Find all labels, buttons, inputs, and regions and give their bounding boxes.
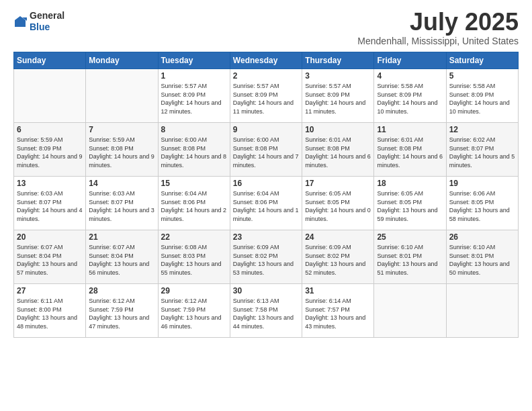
calendar-cell: 28Sunrise: 6:12 AM Sunset: 7:59 PM Dayli… [86,284,158,338]
day-number: 29 [161,286,227,295]
calendar-week-row: 13Sunrise: 6:03 AM Sunset: 8:07 PM Dayli… [14,177,519,230]
calendar-cell: 6Sunrise: 5:59 AM Sunset: 8:09 PM Daylig… [14,123,86,177]
logo-text: General Blue [30,10,64,33]
calendar-cell: 26Sunrise: 6:10 AM Sunset: 8:01 PM Dayli… [446,230,518,284]
calendar-cell: 10Sunrise: 6:01 AM Sunset: 8:08 PM Dayli… [302,123,374,177]
calendar-cell: 7Sunrise: 5:59 AM Sunset: 8:08 PM Daylig… [86,123,158,177]
calendar-cell: 16Sunrise: 6:04 AM Sunset: 8:06 PM Dayli… [230,177,302,230]
calendar-cell: 1Sunrise: 5:57 AM Sunset: 8:09 PM Daylig… [158,69,230,123]
day-number: 5 [449,71,515,81]
calendar-cell: 12Sunrise: 6:02 AM Sunset: 8:07 PM Dayli… [446,123,518,177]
day-number: 10 [305,125,371,134]
calendar-cell: 27Sunrise: 6:11 AM Sunset: 8:00 PM Dayli… [14,284,86,338]
calendar-cell [14,69,86,123]
calendar-cell [86,69,158,123]
day-number: 14 [89,179,154,188]
calendar-cell: 14Sunrise: 6:03 AM Sunset: 8:07 PM Dayli… [86,177,158,230]
day-info: Sunrise: 6:03 AM Sunset: 8:07 PM Dayligh… [17,189,83,223]
day-info: Sunrise: 5:59 AM Sunset: 8:08 PM Dayligh… [89,136,154,169]
day-info: Sunrise: 6:04 AM Sunset: 8:06 PM Dayligh… [161,189,227,223]
calendar-cell: 21Sunrise: 6:07 AM Sunset: 8:04 PM Dayli… [86,230,158,284]
day-info: Sunrise: 6:10 AM Sunset: 8:01 PM Dayligh… [449,243,515,277]
calendar-cell: 5Sunrise: 5:58 AM Sunset: 8:09 PM Daylig… [446,69,518,123]
day-number: 6 [17,125,83,134]
calendar-weekday: Thursday [302,52,374,69]
month-year: July 2025 [357,10,519,34]
day-info: Sunrise: 6:01 AM Sunset: 8:08 PM Dayligh… [377,136,443,169]
day-info: Sunrise: 5:57 AM Sunset: 8:09 PM Dayligh… [233,82,299,116]
page-container: General Blue July 2025 Mendenhall, Missi… [0,0,532,411]
day-number: 7 [89,125,154,134]
day-info: Sunrise: 5:58 AM Sunset: 8:09 PM Dayligh… [449,82,515,116]
calendar-cell: 8Sunrise: 6:00 AM Sunset: 8:08 PM Daylig… [158,123,230,177]
calendar-cell: 3Sunrise: 5:57 AM Sunset: 8:09 PM Daylig… [302,69,374,123]
calendar-week-row: 6Sunrise: 5:59 AM Sunset: 8:09 PM Daylig… [14,123,519,177]
day-number: 11 [377,125,443,134]
day-info: Sunrise: 6:06 AM Sunset: 8:05 PM Dayligh… [449,189,515,223]
calendar-header-row: SundayMondayTuesdayWednesdayThursdayFrid… [14,52,519,69]
calendar-cell: 18Sunrise: 6:05 AM Sunset: 8:05 PM Dayli… [374,177,446,230]
calendar-weekday: Sunday [14,52,86,69]
day-info: Sunrise: 6:00 AM Sunset: 8:08 PM Dayligh… [161,136,227,169]
calendar-cell: 11Sunrise: 6:01 AM Sunset: 8:08 PM Dayli… [374,123,446,177]
day-info: Sunrise: 6:07 AM Sunset: 8:04 PM Dayligh… [17,243,83,277]
day-number: 17 [305,179,371,188]
day-info: Sunrise: 6:10 AM Sunset: 8:01 PM Dayligh… [377,243,443,277]
calendar-cell: 24Sunrise: 6:09 AM Sunset: 8:02 PM Dayli… [302,230,374,284]
day-info: Sunrise: 6:04 AM Sunset: 8:06 PM Dayligh… [233,189,299,223]
day-number: 27 [17,286,83,295]
calendar-week-row: 20Sunrise: 6:07 AM Sunset: 8:04 PM Dayli… [14,230,519,284]
calendar: SundayMondayTuesdayWednesdayThursdayFrid… [13,52,519,338]
day-number: 22 [161,232,227,242]
day-number: 25 [377,232,443,242]
day-info: Sunrise: 6:09 AM Sunset: 8:02 PM Dayligh… [233,243,299,277]
day-number: 18 [377,179,443,188]
calendar-cell: 19Sunrise: 6:06 AM Sunset: 8:05 PM Dayli… [446,177,518,230]
day-info: Sunrise: 6:08 AM Sunset: 8:03 PM Dayligh… [161,243,227,277]
day-info: Sunrise: 6:05 AM Sunset: 8:05 PM Dayligh… [305,189,371,223]
day-number: 1 [161,71,227,81]
day-number: 21 [89,232,154,242]
location: Mendenhall, Mississippi, United States [357,36,519,46]
calendar-cell: 15Sunrise: 6:04 AM Sunset: 8:06 PM Dayli… [158,177,230,230]
day-info: Sunrise: 6:05 AM Sunset: 8:05 PM Dayligh… [377,189,443,223]
logo-general: General [30,10,64,21]
day-info: Sunrise: 6:14 AM Sunset: 7:57 PM Dayligh… [305,297,371,330]
day-number: 12 [449,125,515,134]
day-info: Sunrise: 6:02 AM Sunset: 8:07 PM Dayligh… [449,136,515,169]
day-number: 23 [233,232,299,242]
day-number: 28 [89,286,154,295]
calendar-cell: 20Sunrise: 6:07 AM Sunset: 8:04 PM Dayli… [14,230,86,284]
calendar-weekday: Saturday [446,52,518,69]
day-number: 3 [305,71,371,81]
calendar-weekday: Tuesday [158,52,230,69]
day-number: 15 [161,179,227,188]
logo-blue: Blue [30,21,64,33]
day-number: 30 [233,286,299,295]
day-number: 8 [161,125,227,134]
calendar-cell: 25Sunrise: 6:10 AM Sunset: 8:01 PM Dayli… [374,230,446,284]
day-info: Sunrise: 5:58 AM Sunset: 8:09 PM Dayligh… [377,82,443,116]
day-info: Sunrise: 5:57 AM Sunset: 8:09 PM Dayligh… [305,82,371,116]
page-header: General Blue July 2025 Mendenhall, Missi… [13,10,519,46]
calendar-weekday: Wednesday [230,52,302,69]
day-number: 19 [449,179,515,188]
day-number: 20 [17,232,83,242]
day-info: Sunrise: 6:12 AM Sunset: 7:59 PM Dayligh… [89,297,154,330]
day-number: 24 [305,232,371,242]
day-number: 31 [305,286,371,295]
calendar-cell: 9Sunrise: 6:00 AM Sunset: 8:08 PM Daylig… [230,123,302,177]
logo-icon [13,15,27,28]
day-info: Sunrise: 6:00 AM Sunset: 8:08 PM Dayligh… [233,136,299,169]
logo: General Blue [13,10,64,33]
calendar-cell: 17Sunrise: 6:05 AM Sunset: 8:05 PM Dayli… [302,177,374,230]
day-number: 2 [233,71,299,81]
calendar-week-row: 27Sunrise: 6:11 AM Sunset: 8:00 PM Dayli… [14,284,519,338]
day-info: Sunrise: 5:57 AM Sunset: 8:09 PM Dayligh… [161,82,227,116]
calendar-cell: 31Sunrise: 6:14 AM Sunset: 7:57 PM Dayli… [302,284,374,338]
day-info: Sunrise: 6:07 AM Sunset: 8:04 PM Dayligh… [89,243,154,277]
day-info: Sunrise: 6:09 AM Sunset: 8:02 PM Dayligh… [305,243,371,277]
calendar-cell: 23Sunrise: 6:09 AM Sunset: 8:02 PM Dayli… [230,230,302,284]
day-number: 26 [449,232,515,242]
calendar-weekday: Friday [374,52,446,69]
